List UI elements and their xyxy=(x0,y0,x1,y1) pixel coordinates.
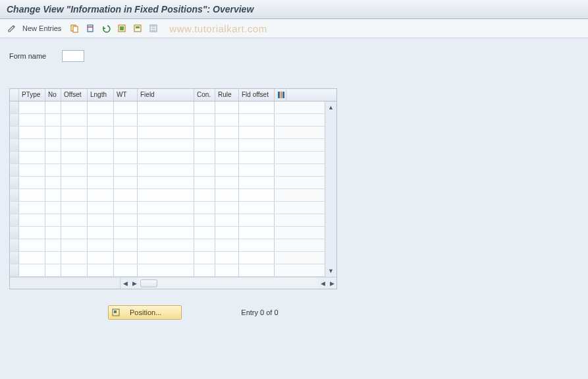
cell-fld[interactable] xyxy=(239,177,275,189)
configure-columns-icon[interactable] xyxy=(275,89,286,101)
cell-rule[interactable] xyxy=(215,114,239,126)
cell-lngth[interactable] xyxy=(88,239,114,251)
hscroll-left-icon[interactable]: ◀ xyxy=(318,279,327,288)
cell-offset[interactable] xyxy=(61,164,88,176)
cell-fld[interactable] xyxy=(239,239,275,251)
cell-fld[interactable] xyxy=(239,127,275,138)
cell-wt[interactable] xyxy=(114,139,138,151)
cell-fld[interactable] xyxy=(239,214,275,226)
cell-lngth[interactable] xyxy=(88,227,114,239)
cell-lngth[interactable] xyxy=(88,127,114,138)
row-selector[interactable] xyxy=(10,239,19,251)
column-rule[interactable]: Rule xyxy=(215,89,239,101)
cell-wt[interactable] xyxy=(114,127,138,138)
cell-offset[interactable] xyxy=(61,214,88,226)
cell-ptype[interactable] xyxy=(19,189,45,201)
row-selector[interactable] xyxy=(10,227,19,239)
cell-ptype[interactable] xyxy=(19,227,45,239)
cell-con[interactable] xyxy=(194,152,215,163)
cell-con[interactable] xyxy=(194,114,215,126)
cell-offset[interactable] xyxy=(61,114,88,126)
cell-rule[interactable] xyxy=(215,139,239,151)
cell-fld[interactable] xyxy=(239,152,275,163)
scroll-down-icon[interactable]: ▼ xyxy=(327,266,336,276)
cell-con[interactable] xyxy=(194,264,215,276)
row-selector[interactable] xyxy=(10,264,19,276)
horizontal-scrollbar[interactable]: ◀ ▶ ◀ ▶ xyxy=(10,277,336,289)
cell-field[interactable] xyxy=(138,264,194,276)
row-selector[interactable] xyxy=(10,152,19,163)
cell-con[interactable] xyxy=(194,164,215,176)
cell-wt[interactable] xyxy=(114,227,138,239)
select-all-icon[interactable] xyxy=(115,22,128,35)
cell-field[interactable] xyxy=(138,202,194,214)
cell-field[interactable] xyxy=(138,214,194,226)
cell-lngth[interactable] xyxy=(88,202,114,214)
cell-field[interactable] xyxy=(138,164,194,176)
cell-field[interactable] xyxy=(138,227,194,239)
cell-rule[interactable] xyxy=(215,227,239,239)
row-selector[interactable] xyxy=(10,202,19,214)
cell-offset[interactable] xyxy=(61,102,88,113)
cell-wt[interactable] xyxy=(114,239,138,251)
cell-lngth[interactable] xyxy=(88,164,114,176)
vertical-scrollbar[interactable]: ▲ ▼ xyxy=(325,102,336,277)
row-selector[interactable] xyxy=(10,164,19,176)
cell-ptype[interactable] xyxy=(19,264,45,276)
cell-no[interactable] xyxy=(45,177,61,189)
cell-wt[interactable] xyxy=(114,202,138,214)
cell-rule[interactable] xyxy=(215,252,239,264)
cell-field[interactable] xyxy=(138,252,194,264)
cell-field[interactable] xyxy=(138,189,194,201)
column-field[interactable]: Field xyxy=(138,89,194,101)
column-ptype[interactable]: PType xyxy=(19,89,45,101)
cell-lngth[interactable] xyxy=(88,102,114,113)
cell-offset[interactable] xyxy=(61,152,88,163)
cell-rule[interactable] xyxy=(215,214,239,226)
cell-fld[interactable] xyxy=(239,227,275,239)
cell-no[interactable] xyxy=(45,164,61,176)
cell-wt[interactable] xyxy=(114,252,138,264)
form-name-input[interactable] xyxy=(62,50,84,62)
hscroll-thumb[interactable] xyxy=(140,279,157,287)
cell-no[interactable] xyxy=(45,214,61,226)
deselect-all-icon[interactable] xyxy=(147,22,160,35)
cell-field[interactable] xyxy=(138,127,194,138)
cell-field[interactable] xyxy=(138,139,194,151)
cell-rule[interactable] xyxy=(215,152,239,163)
cell-no[interactable] xyxy=(45,102,61,113)
cell-con[interactable] xyxy=(194,139,215,151)
cell-con[interactable] xyxy=(194,214,215,226)
cell-wt[interactable] xyxy=(114,214,138,226)
column-fld-offset[interactable]: Fld offset xyxy=(239,89,275,101)
row-selector[interactable] xyxy=(10,139,19,151)
cell-rule[interactable] xyxy=(215,239,239,251)
cell-no[interactable] xyxy=(45,189,61,201)
cell-rule[interactable] xyxy=(215,202,239,214)
cell-no[interactable] xyxy=(45,227,61,239)
cell-rule[interactable] xyxy=(215,189,239,201)
cell-wt[interactable] xyxy=(114,189,138,201)
cell-lngth[interactable] xyxy=(88,264,114,276)
row-selector[interactable] xyxy=(10,214,19,226)
cell-con[interactable] xyxy=(194,202,215,214)
column-lngth[interactable]: Lngth xyxy=(88,89,114,101)
cell-con[interactable] xyxy=(194,127,215,138)
cell-field[interactable] xyxy=(138,114,194,126)
cell-offset[interactable] xyxy=(61,127,88,138)
cell-ptype[interactable] xyxy=(19,114,45,126)
undo-icon[interactable] xyxy=(99,22,113,35)
cell-fld[interactable] xyxy=(239,264,275,276)
cell-wt[interactable] xyxy=(114,177,138,189)
cell-offset[interactable] xyxy=(61,264,88,276)
cell-fld[interactable] xyxy=(239,252,275,264)
cell-ptype[interactable] xyxy=(19,202,45,214)
cell-rule[interactable] xyxy=(215,177,239,189)
cell-ptype[interactable] xyxy=(19,152,45,163)
new-entries-button[interactable]: New Entries xyxy=(21,24,65,32)
column-no[interactable]: No xyxy=(45,89,61,101)
row-selector[interactable] xyxy=(10,114,19,126)
cell-ptype[interactable] xyxy=(19,177,45,189)
cell-rule[interactable] xyxy=(215,102,239,113)
cell-ptype[interactable] xyxy=(19,252,45,264)
